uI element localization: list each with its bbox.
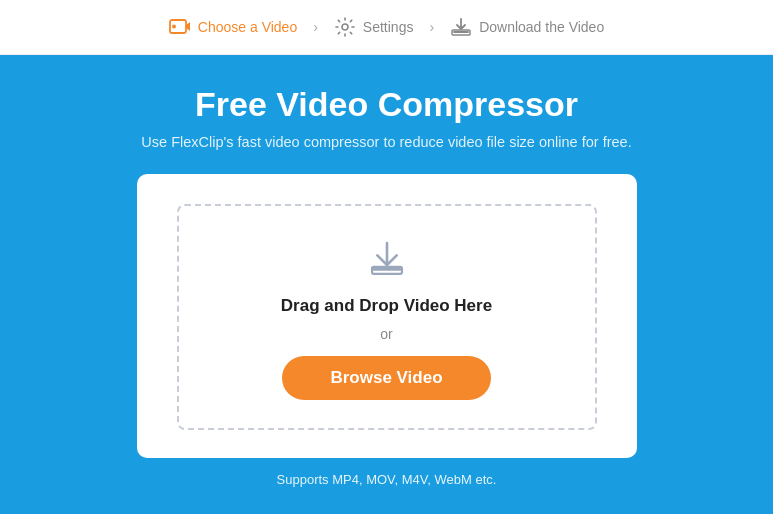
nav-step-settings[interactable]: Settings — [334, 16, 414, 38]
choose-video-icon — [169, 16, 191, 38]
download-label: Download the Video — [479, 19, 604, 35]
browse-video-button[interactable]: Browse Video — [282, 356, 490, 400]
nav-step-download[interactable]: Download the Video — [450, 16, 604, 38]
chevron-icon-1: › — [313, 19, 318, 35]
page-subtitle: Use FlexClip's fast video compressor to … — [141, 134, 631, 150]
drop-zone[interactable]: Drag and Drop Video Here or Browse Video — [177, 204, 597, 430]
download-icon — [450, 16, 472, 38]
svg-point-2 — [342, 24, 348, 30]
main-content: Free Video Compressor Use FlexClip's fas… — [0, 55, 773, 514]
settings-label: Settings — [363, 19, 414, 35]
choose-video-label: Choose a Video — [198, 19, 297, 35]
nav-step-choose[interactable]: Choose a Video — [169, 16, 297, 38]
or-text: or — [380, 326, 392, 342]
svg-point-1 — [172, 25, 176, 29]
chevron-icon-2: › — [429, 19, 434, 35]
supports-formats-text: Supports MP4, MOV, M4V, WebM etc. — [277, 472, 497, 487]
upload-area: Drag and Drop Video Here or Browse Video — [137, 174, 637, 458]
navbar: Choose a Video › Settings › Download the… — [0, 0, 773, 55]
drag-drop-text: Drag and Drop Video Here — [281, 296, 492, 316]
page-title: Free Video Compressor — [195, 85, 578, 124]
settings-icon — [334, 16, 356, 38]
upload-icon — [365, 236, 409, 280]
